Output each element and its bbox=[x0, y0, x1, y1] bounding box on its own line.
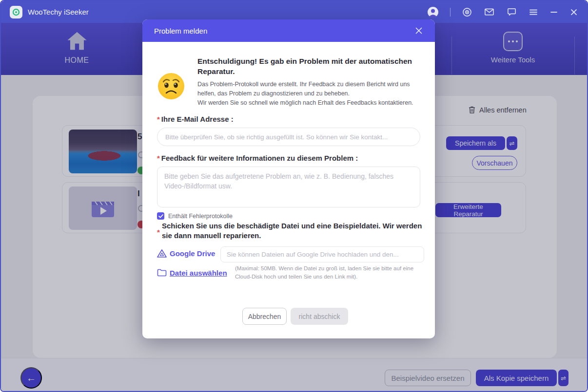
app-window: WooTechy iSeeker bbox=[0, 0, 588, 392]
folder-icon bbox=[157, 268, 167, 279]
include-logs-checkbox[interactable] bbox=[157, 212, 164, 220]
required-mark: * bbox=[157, 154, 160, 162]
dialog-close-icon[interactable] bbox=[414, 26, 423, 35]
dialog-title: Problem melden bbox=[154, 27, 207, 35]
submit-report-button[interactable]: richt abschick bbox=[291, 308, 348, 325]
chat-feedback-icon[interactable] bbox=[506, 6, 517, 18]
include-logs-row: Enthält Fehlerprotokolle bbox=[157, 212, 233, 220]
menu-icon[interactable] bbox=[529, 7, 538, 17]
report-problem-dialog: Problem melden bbox=[142, 19, 435, 338]
error-description: Das Problem-Protokoll wurde erstellt. Ih… bbox=[197, 80, 427, 108]
email-label: *Ihre E-Mail Adresse : bbox=[157, 115, 234, 123]
dialog-header: Problem melden bbox=[142, 19, 435, 42]
worried-face-emoji bbox=[157, 72, 185, 102]
file-size-hint: (Maximal: 50MB. Wenn die Datei zu groß i… bbox=[235, 264, 426, 281]
required-mark: * bbox=[157, 115, 160, 123]
drive-link-field[interactable] bbox=[220, 246, 424, 262]
close-window-icon[interactable] bbox=[569, 8, 578, 17]
choose-file-link[interactable]: Datei auswählen bbox=[170, 269, 227, 277]
required-mark: * bbox=[157, 228, 160, 236]
cancel-button[interactable]: Abbrechen bbox=[242, 308, 287, 325]
mail-icon[interactable] bbox=[484, 6, 495, 18]
error-heading: Entschuldigung! Es gab ein Problem mit d… bbox=[197, 56, 431, 77]
app-title: WooTechy iSeeker bbox=[28, 8, 89, 16]
google-drive-link[interactable]: Google Drive bbox=[170, 249, 215, 258]
feedback-field[interactable] bbox=[157, 167, 420, 207]
include-logs-label: Enthält Fehlerprotokolle bbox=[168, 213, 233, 220]
settings-gear-icon[interactable] bbox=[462, 7, 472, 18]
error-description-line1: Das Problem-Protokoll wurde erstellt. Ih… bbox=[197, 80, 427, 98]
app-logo-icon bbox=[10, 6, 22, 19]
titlebar-divider bbox=[450, 8, 451, 17]
google-drive-icon bbox=[157, 249, 167, 260]
send-file-instruction: Schicken Sie uns die beschädigte Datei u… bbox=[162, 221, 423, 241]
error-description-line2: Wir werden Sie so schnell wie möglich na… bbox=[197, 98, 427, 108]
email-field[interactable] bbox=[157, 128, 420, 146]
feedback-label: *Feedback für weitere Informationen zu d… bbox=[157, 154, 358, 162]
account-avatar-icon[interactable] bbox=[427, 6, 439, 18]
minimize-icon[interactable] bbox=[549, 8, 558, 17]
